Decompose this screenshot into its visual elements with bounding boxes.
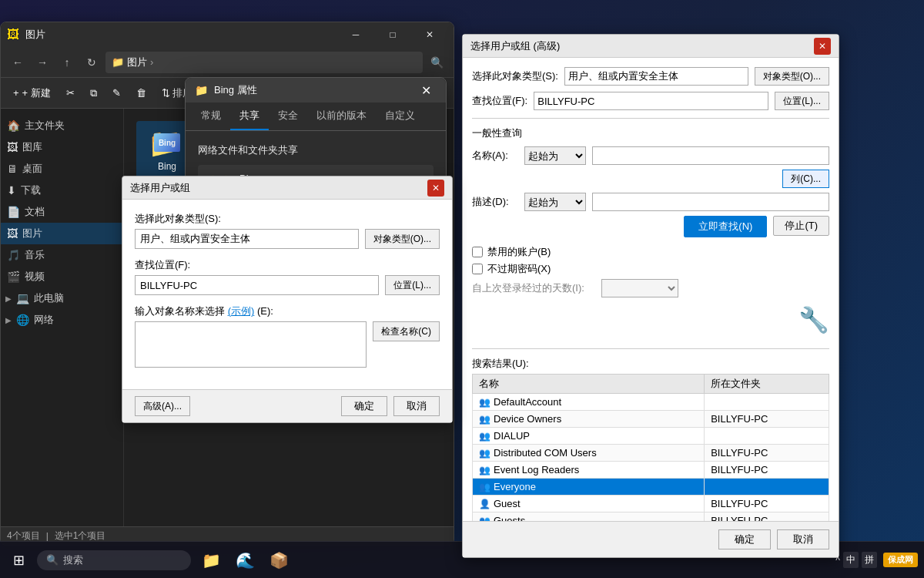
last-login-select[interactable] <box>601 279 678 297</box>
table-row[interactable]: 👤GuestBILLYFU-PC <box>473 496 829 512</box>
address-bar[interactable]: 📁 图片 › <box>105 52 423 73</box>
results-table: 名称 所在文件夹 👥DefaultAccount👥Device OwnersBI… <box>472 374 829 521</box>
adv-cancel-button[interactable]: 取消 <box>777 529 829 549</box>
stop-button[interactable]: 停止(T) <box>773 216 829 236</box>
location-button[interactable]: 位置(L)... <box>385 275 440 295</box>
no-expire-pwd-checkbox[interactable] <box>472 264 483 274</box>
maximize-button[interactable]: □ <box>375 22 410 47</box>
rename-button[interactable]: ✎ <box>106 82 127 104</box>
object-type-row: 选择此对象类型(S): 对象类型(O)... <box>135 212 440 249</box>
new-icon: + <box>13 87 19 99</box>
baocheng-badge: 保成网 <box>883 553 918 567</box>
result-folder-cell: BILLYFU-PC <box>705 496 829 512</box>
sidebar-item-desktop[interactable]: 🖥 桌面 <box>1 158 123 180</box>
location-input[interactable] <box>135 275 379 295</box>
taskbar-browser-icon[interactable]: 🌊 <box>231 546 259 574</box>
table-row[interactable]: 👥Distributed COM UsersBILLYFU-PC <box>473 445 829 462</box>
sidebar-item-documents[interactable]: 📄 文档 <box>1 201 123 223</box>
disabled-account-checkbox[interactable] <box>472 247 483 257</box>
back-button[interactable]: ← <box>7 52 28 73</box>
result-folder-cell: BILLYFU-PC <box>705 462 829 479</box>
delete-button[interactable]: 🗑 <box>130 82 152 104</box>
adv-name-condition[interactable]: 起始为 <box>524 146 586 165</box>
adv-desc-condition[interactable]: 起始为 <box>524 193 586 211</box>
small-dialog-confirm[interactable]: 确定 <box>341 396 387 416</box>
tray-pinjin-text[interactable]: 拼 <box>862 552 877 568</box>
bing-props-close[interactable]: ✕ <box>415 79 437 101</box>
minimize-button[interactable]: ─ <box>338 22 373 47</box>
tab-previous-versions[interactable]: 以前的版本 <box>307 102 376 130</box>
adv-object-type-button[interactable]: 对象类型(O)... <box>755 67 829 86</box>
sidebar-label-pictures: 图片 <box>22 227 42 240</box>
adv-desc-input[interactable] <box>592 193 829 211</box>
refresh-button[interactable]: ↻ <box>81 52 102 73</box>
sidebar-item-videos[interactable]: 🎬 视频 <box>1 266 123 287</box>
settings-icon: 🔧 <box>798 305 829 334</box>
table-row[interactable]: 👥Device OwnersBILLYFU-PC <box>473 411 829 428</box>
adv-desc-label: 描述(D): <box>472 195 518 209</box>
select-user-small-close[interactable]: ✕ <box>427 180 444 197</box>
result-folder-cell: BILLYFU-PC <box>705 512 829 522</box>
taskbar-explorer-icon[interactable]: 📁 <box>197 546 225 574</box>
adv-object-type-input[interactable] <box>564 67 748 86</box>
forward-button[interactable]: → <box>32 52 53 73</box>
start-button[interactable]: ⊞ <box>0 542 37 579</box>
table-row[interactable]: 👥Everyone <box>473 479 829 496</box>
sidebar-item-downloads[interactable]: ⬇ 下载 <box>1 180 123 201</box>
check-names-button[interactable]: 检查名称(C) <box>373 321 440 341</box>
advanced-button[interactable]: 高级(A)... <box>135 396 190 416</box>
sidebar-item-pictures[interactable]: 🖼 图片 <box>1 223 123 244</box>
sidebar-label-videos: 视频 <box>25 270 45 284</box>
search-nav-button[interactable]: 🔍 <box>426 52 447 73</box>
address-text: 图片 <box>127 55 147 69</box>
small-dialog-cancel[interactable]: 取消 <box>393 396 440 416</box>
new-button[interactable]: + + 新建 <box>7 82 57 104</box>
find-now-button[interactable]: 立即查找(N) <box>684 216 767 237</box>
results-label: 搜索结果(U): <box>472 357 829 371</box>
adv-name-input[interactable] <box>592 146 829 165</box>
result-name-cell: 👥DIALUP <box>473 428 705 445</box>
adv-location-button[interactable]: 位置(L)... <box>775 92 829 110</box>
music-icon: 🎵 <box>7 249 20 261</box>
cut-button[interactable]: ✂ <box>60 82 81 104</box>
tab-share[interactable]: 共享 <box>230 102 269 130</box>
sidebar-item-computer[interactable]: ▶ 💻 此电脑 <box>1 287 123 309</box>
close-button[interactable]: ✕ <box>412 22 447 47</box>
sidebar-item-network[interactable]: ▶ 🌐 网络 <box>1 309 123 331</box>
tab-customize[interactable]: 自定义 <box>376 102 424 130</box>
adv-confirm-button[interactable]: 确定 <box>718 529 771 549</box>
adv-dialog-close[interactable]: ✕ <box>814 38 831 55</box>
example-link[interactable]: (示例) <box>228 305 255 317</box>
sidebar-label-computer: 此电脑 <box>34 291 64 305</box>
search-bar[interactable]: 🔍 搜索 <box>37 550 191 570</box>
enter-name-textarea[interactable] <box>135 321 367 368</box>
edge-icon: 🌊 <box>236 551 255 570</box>
network-icon: 🌐 <box>16 314 29 326</box>
adv-dialog-title: 选择用户或组 (高级) <box>470 39 809 53</box>
sidebar-label-downloads: 下载 <box>21 183 41 197</box>
table-row[interactable]: 👥Event Log ReadersBILLYFU-PC <box>473 462 829 479</box>
copy-button[interactable]: ⧉ <box>84 82 103 104</box>
up-button[interactable]: ↑ <box>56 52 78 73</box>
table-row[interactable]: 👥DefaultAccount <box>473 394 829 411</box>
sidebar-item-home[interactable]: 🏠 主文件夹 <box>1 115 123 136</box>
table-row[interactable]: 👥DIALUP <box>473 428 829 445</box>
tab-general[interactable]: 常规 <box>192 102 230 130</box>
taskbar-tray: ^ 中 拼 <box>835 552 877 568</box>
tray-cn-text[interactable]: 中 <box>843 552 859 568</box>
object-type-input[interactable] <box>135 229 359 249</box>
taskbar-right: ^ 中 拼 保成网 <box>835 552 924 568</box>
adv-name-row: 名称(A): 起始为 <box>472 146 829 165</box>
taskbar-store-icon[interactable]: 📦 <box>265 546 293 574</box>
result-icon: 👥 <box>479 414 490 425</box>
table-row[interactable]: 👥GuestsBILLYFU-PC <box>473 512 829 522</box>
object-type-button[interactable]: 对象类型(O)... <box>365 229 440 249</box>
tab-security[interactable]: 安全 <box>269 102 307 130</box>
adv-object-type-label: 选择此对象类型(S): <box>472 69 558 83</box>
sidebar-item-music[interactable]: 🎵 音乐 <box>1 244 123 266</box>
columns-button[interactable]: 列(C)... <box>782 170 829 188</box>
adv-location-label: 查找位置(F): <box>472 94 527 108</box>
adv-location-input[interactable] <box>534 92 768 110</box>
sidebar-item-gallery[interactable]: 🖼 图库 <box>1 136 123 158</box>
result-icon: 👥 <box>479 482 490 492</box>
